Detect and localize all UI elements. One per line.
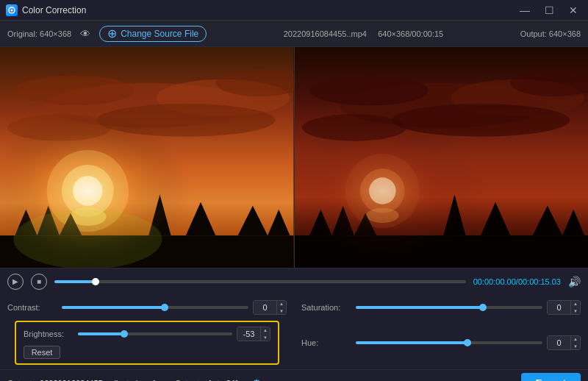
saturation-thumb[interactable] [479, 304, 487, 311]
stop-icon: ■ [37, 277, 41, 285]
brightness-highlighted-section: Brightness: -53 ▲ ▼ Reset [7, 321, 287, 365]
change-source-label: Change Source File [121, 29, 198, 39]
app-icon [6, 4, 18, 16]
eye-icon[interactable]: 👁 [80, 28, 90, 40]
svg-rect-42 [295, 47, 589, 268]
hue-section: Hue: 0 ▲ ▼ [301, 321, 581, 365]
file-name: 20220916084455..mp4 [284, 29, 367, 38]
file-dimensions: 640×368/00:00:15 [378, 29, 443, 38]
hue-arrows[interactable]: ▲ ▼ [571, 335, 580, 350]
hue-value: 0 [548, 336, 571, 349]
change-source-button[interactable]: ⊕ Change Source File [99, 26, 207, 42]
saturation-value: 0 [548, 301, 571, 314]
contrast-down-arrow[interactable]: ▼ [277, 307, 286, 315]
hue-down-arrow[interactable]: ▼ [571, 343, 580, 350]
brightness-arrows[interactable]: ▲ ▼ [261, 327, 270, 341]
hue-row: Hue: 0 ▲ ▼ [301, 335, 581, 350]
saturation-down-arrow[interactable]: ▼ [571, 307, 580, 315]
brightness-up-arrow[interactable]: ▲ [261, 327, 270, 334]
svg-point-1 [11, 9, 13, 11]
corrected-video-panel [294, 47, 589, 268]
window-controls: — ☐ ✕ [515, 4, 582, 17]
volume-icon[interactable]: 🔊 [568, 276, 581, 288]
sliders-section: Contrast: 0 ▲ ▼ Saturation: 0 ▲ ▼ [0, 294, 588, 321]
plus-icon: ⊕ [107, 28, 117, 40]
saturation-slider[interactable] [356, 306, 542, 309]
contrast-fill [62, 306, 165, 309]
saturation-row: Saturation: 0 ▲ ▼ [301, 300, 581, 315]
contrast-value-box: 0 ▲ ▼ [253, 300, 287, 315]
brightness-hue-section: Brightness: -53 ▲ ▼ Reset Hue: [0, 321, 588, 369]
saturation-fill [356, 306, 483, 309]
svg-point-22 [13, 210, 162, 268]
contrast-value: 0 [254, 301, 277, 314]
hue-up-arrow[interactable]: ▲ [571, 335, 580, 343]
file-info: 20220916084455..mp4 640×368/00:00:15 [215, 29, 512, 38]
progress-fill [54, 280, 96, 283]
brightness-down-arrow[interactable]: ▼ [261, 334, 270, 341]
time-total: 00:00:15.03 [518, 277, 561, 286]
progress-thumb[interactable] [92, 278, 99, 285]
brightness-row: Brightness: -53 ▲ ▼ [24, 327, 270, 341]
brightness-label: Brightness: [24, 330, 74, 338]
top-bar: Original: 640×368 👁 ⊕ Change Source File… [0, 21, 588, 47]
hue-label: Hue: [301, 338, 351, 347]
output-bar: Output: 20220916084455_adjusted.mp4 ✏ Ou… [0, 369, 588, 381]
brightness-fill [78, 332, 124, 335]
brightness-slider[interactable] [78, 332, 232, 335]
brightness-highlight-box: Brightness: -53 ▲ ▼ Reset [15, 321, 279, 365]
saturation-label: Saturation: [301, 303, 351, 312]
export-button[interactable]: Export [521, 373, 581, 381]
output-file-label: Output: [7, 379, 34, 382]
play-button[interactable]: ▶ [7, 274, 24, 290]
title-bar: Color Correction — ☐ ✕ [0, 0, 588, 21]
output-setting-label: Output: [175, 379, 201, 382]
brightness-value-box: -53 ▲ ▼ [237, 327, 270, 341]
hue-thumb[interactable] [464, 339, 471, 346]
original-video-panel [0, 47, 294, 268]
time-current: 00:00:00.00 [473, 277, 516, 286]
output-file-name: 20220916084455_adjusted.mp4 [40, 379, 156, 382]
hue-slider[interactable] [356, 341, 542, 344]
video-area [0, 47, 588, 268]
contrast-row: Contrast: 0 ▲ ▼ [7, 300, 287, 315]
edit-icon[interactable]: ✏ [162, 378, 169, 382]
playback-controls: ▶ ■ 00:00:00.00/00:00:15.03 🔊 [0, 268, 588, 294]
output-setting-value: Auto;24fps [207, 379, 246, 382]
saturation-up-arrow[interactable]: ▲ [571, 300, 580, 307]
saturation-value-box: 0 ▲ ▼ [547, 300, 581, 315]
close-button[interactable]: ✕ [564, 4, 582, 17]
play-icon: ▶ [12, 277, 18, 285]
output-label: Output: 640×368 [520, 29, 581, 38]
window-title: Color Correction [22, 5, 515, 15]
contrast-arrows[interactable]: ▲ ▼ [277, 300, 286, 315]
contrast-slider[interactable] [62, 306, 248, 309]
contrast-thumb[interactable] [161, 304, 168, 311]
minimize-button[interactable]: — [515, 4, 534, 17]
brightness-value: -53 [237, 327, 261, 341]
maximize-button[interactable]: ☐ [540, 4, 559, 17]
hue-value-box: 0 ▲ ▼ [547, 335, 581, 350]
saturation-arrows[interactable]: ▲ ▼ [571, 300, 580, 315]
hue-fill [356, 341, 467, 344]
time-display: 00:00:00.00/00:00:15.03 [473, 277, 561, 286]
gear-icon[interactable]: ⚙ [252, 377, 262, 382]
progress-bar[interactable] [54, 280, 466, 283]
contrast-up-arrow[interactable]: ▲ [277, 300, 286, 307]
brightness-thumb[interactable] [121, 330, 128, 338]
stop-button[interactable]: ■ [31, 274, 47, 290]
reset-button[interactable]: Reset [24, 346, 60, 359]
original-label: Original: 640×368 [7, 29, 71, 38]
contrast-label: Contrast: [7, 303, 57, 312]
